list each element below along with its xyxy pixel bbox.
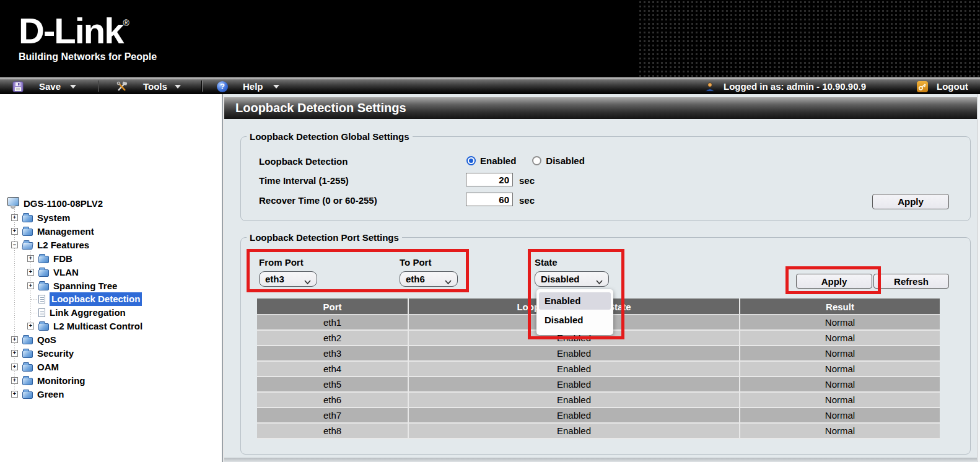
- table-cell: Normal: [740, 362, 940, 377]
- radio-enabled[interactable]: [466, 156, 476, 165]
- sidebar-item-link-aggregation[interactable]: Link Aggregation: [50, 306, 126, 320]
- expand-plus-icon[interactable]: +: [27, 323, 34, 329]
- column-header-result: Result: [740, 299, 940, 315]
- sidebar-item-green[interactable]: Green: [37, 388, 64, 401]
- folder-icon: [22, 378, 33, 385]
- time-interval-unit: sec: [519, 175, 535, 186]
- dlink-logo: D-Link® Building Networks for People: [19, 4, 157, 63]
- tools-dropdown-arrow-icon[interactable]: [175, 85, 181, 89]
- table-cell: Normal: [740, 331, 940, 346]
- table-cell: Normal: [740, 346, 940, 362]
- table-cell: eth6: [257, 393, 409, 408]
- logout-key-icon: [917, 81, 928, 92]
- vertical-scrollbar[interactable]: [977, 94, 980, 462]
- sidebar-item-l2-features[interactable]: L2 Features: [37, 238, 89, 252]
- expand-plus-icon[interactable]: +: [11, 228, 18, 235]
- help-menu[interactable]: Help: [243, 78, 263, 95]
- expand-plus-icon[interactable]: +: [11, 377, 18, 384]
- table-cell: Normal: [740, 377, 940, 393]
- tools-menu[interactable]: Tools: [143, 78, 167, 95]
- from-port-select[interactable]: eth3: [259, 271, 317, 287]
- loopback-detection-label: Loopback Detection: [259, 156, 348, 167]
- save-floppy-icon: [12, 81, 24, 92]
- expand-plus-icon[interactable]: +: [27, 282, 34, 289]
- folder-icon: [38, 256, 49, 263]
- toolbar-separator: [98, 81, 99, 92]
- folder-icon: [22, 391, 33, 399]
- column-header-port: Port: [257, 299, 409, 315]
- sidebar-item-qos[interactable]: QoS: [37, 333, 56, 347]
- global-settings-fieldset: Loopback Detection Global Settings: [240, 131, 971, 221]
- expand-plus-icon[interactable]: +: [27, 255, 34, 262]
- sidebar-root-device[interactable]: DGS-1100-08PLV2: [24, 198, 103, 210]
- expand-plus-icon[interactable]: +: [11, 336, 18, 343]
- from-port-value: eth3: [265, 272, 284, 286]
- state-select[interactable]: Disabled: [535, 271, 609, 287]
- state-dropdown-popup: Enabled Disabled: [536, 289, 613, 335]
- collapse-minus-icon[interactable]: −: [11, 242, 18, 248]
- folder-icon: [38, 269, 49, 277]
- sidebar-item-fdb[interactable]: FDB: [53, 252, 72, 266]
- expand-plus-icon[interactable]: +: [27, 269, 34, 276]
- sidebar-item-l2-multicast-control[interactable]: L2 Multicast Control: [53, 320, 142, 333]
- registered-mark: ®: [123, 18, 128, 28]
- state-value: Disabled: [541, 272, 580, 286]
- to-port-select[interactable]: eth6: [400, 271, 458, 287]
- banner-dot-pattern: [638, 0, 980, 77]
- table-cell: Enabled: [409, 346, 740, 362]
- loopback-detection-radio-group: Enabled Disabled: [466, 155, 585, 166]
- folder-icon: [22, 215, 33, 222]
- save-dropdown-arrow-icon[interactable]: [70, 85, 76, 89]
- expand-plus-icon[interactable]: +: [11, 391, 18, 398]
- folder-icon: [22, 364, 33, 372]
- radio-disabled-label: Disabled: [546, 155, 585, 166]
- user-icon: [705, 82, 716, 93]
- table-cell: Enabled: [409, 362, 740, 377]
- save-menu[interactable]: Save: [39, 78, 61, 95]
- recover-time-input[interactable]: [466, 193, 513, 206]
- sidebar-item-management[interactable]: Management: [37, 225, 94, 238]
- sidebar-nav: DGS-1100-08PLV2 +System+Management−L2 Fe…: [0, 94, 222, 462]
- time-interval-label: Time Interval (1-255): [259, 175, 349, 186]
- chevron-down-icon: [445, 276, 452, 287]
- logo-text: D-Link®: [19, 4, 157, 50]
- sidebar-item-loopback-detection[interactable]: Loopback Detection: [50, 292, 142, 306]
- port-apply-button[interactable]: Apply: [796, 274, 872, 289]
- help-dropdown-arrow-icon[interactable]: [273, 85, 279, 89]
- state-label: State: [535, 257, 558, 268]
- horizontal-scrollbar[interactable]: [224, 458, 977, 462]
- document-icon: [38, 295, 45, 303]
- expand-plus-icon[interactable]: +: [11, 364, 18, 370]
- folder-icon: [38, 283, 49, 290]
- sidebar-item-oam[interactable]: OAM: [37, 360, 59, 374]
- state-option-enabled[interactable]: Enabled: [539, 292, 611, 310]
- tree-connector-line: [31, 313, 38, 313]
- logout-button[interactable]: Logout: [937, 78, 968, 95]
- sidebar-item-system[interactable]: System: [37, 211, 70, 225]
- logo-tagline: Building Networks for People: [19, 51, 157, 63]
- global-apply-button[interactable]: Apply: [872, 194, 949, 209]
- expand-plus-icon[interactable]: +: [11, 350, 18, 357]
- sidebar-item-monitoring[interactable]: Monitoring: [37, 374, 85, 388]
- table-cell: Enabled: [409, 424, 740, 439]
- radio-disabled[interactable]: [532, 156, 541, 165]
- recover-time-unit: sec: [519, 195, 535, 206]
- radio-enabled-label: Enabled: [480, 155, 516, 166]
- chevron-down-icon: [304, 276, 311, 287]
- refresh-button[interactable]: Refresh: [873, 274, 949, 289]
- page: D-Link® Building Networks for People Sav…: [0, 0, 980, 462]
- sidebar-item-spanning-tree[interactable]: Spanning Tree: [53, 279, 117, 293]
- document-icon: [38, 308, 45, 317]
- sidebar-item-security[interactable]: Security: [37, 347, 74, 360]
- sidebar-item-vlan[interactable]: VLAN: [53, 266, 79, 279]
- tools-icon: [116, 81, 128, 92]
- top-banner: D-Link® Building Networks for People: [0, 0, 980, 77]
- recover-time-label: Recover Time (0 or 60-255): [259, 195, 377, 206]
- table-cell: Normal: [740, 408, 940, 424]
- expand-plus-icon[interactable]: +: [11, 214, 18, 221]
- state-option-disabled[interactable]: Disabled: [539, 312, 611, 329]
- table-cell: Normal: [740, 315, 940, 331]
- from-port-label: From Port: [259, 257, 304, 268]
- time-interval-input[interactable]: [466, 173, 513, 186]
- folder-icon: [38, 323, 49, 331]
